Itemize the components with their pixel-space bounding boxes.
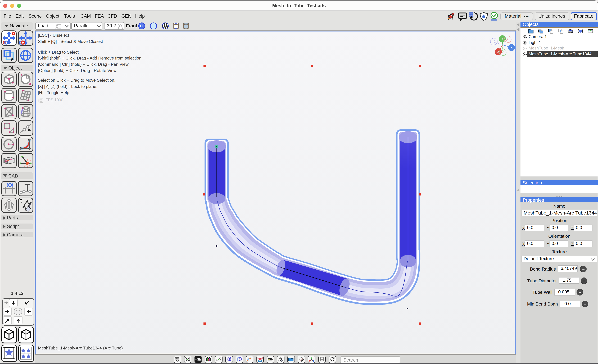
svg-text:XX: XX — [6, 182, 13, 188]
svg-text:Z: Z — [309, 360, 310, 361]
svg-text:Y: Y — [311, 357, 312, 359]
svg-text:5: 5 — [19, 198, 23, 204]
svg-text:G: G — [269, 358, 271, 361]
svg-text:Sh: Sh — [197, 358, 201, 361]
svg-text:X: X — [313, 360, 314, 361]
